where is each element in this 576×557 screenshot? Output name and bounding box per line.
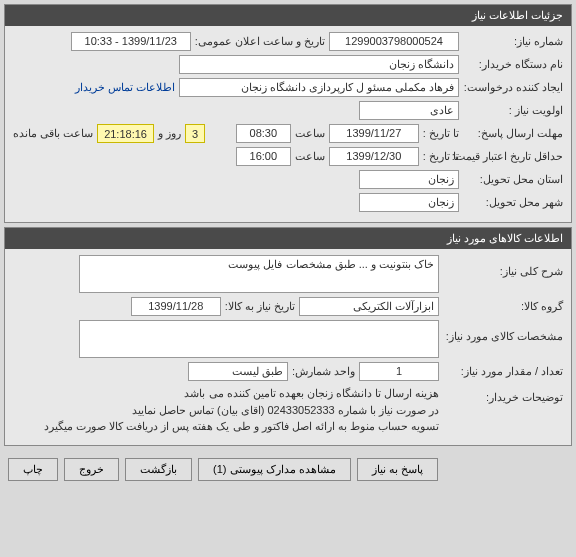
section1-body: شماره نیاز: 1299003798000524 تاریخ و ساع…: [5, 26, 571, 222]
buyer-notes: هزینه ارسال تا دانشگاه زنجان بعهده تامین…: [44, 385, 439, 435]
time-label-1: ساعت: [295, 127, 325, 140]
deadline-date: 1399/11/27: [329, 124, 419, 143]
deadline-label: مهلت ارسال پاسخ:: [463, 127, 563, 140]
group-value: ابزارآلات الکتریکی: [299, 297, 439, 316]
city-label: شهر محل تحویل:: [463, 196, 563, 209]
min-valid-time: 16:00: [236, 147, 291, 166]
days-value: 3: [192, 128, 198, 140]
main-desc-value: خاک بنتونیت و ... طبق مشخصات فایل پیوست: [79, 255, 439, 293]
qty-label: تعداد / مقدار مورد نیاز:: [443, 365, 563, 378]
creator-label: ایجاد کننده درخواست:: [463, 81, 563, 94]
to-date-label-2: تا تاریخ :: [423, 150, 459, 163]
group-label: گروه کالا:: [443, 300, 563, 313]
need-details-section: جزئیات اطلاعات نیاز شماره نیاز: 12990037…: [4, 4, 572, 223]
need-number-label: شماره نیاز:: [463, 35, 563, 48]
province-value: زنجان: [359, 170, 459, 189]
priority-value: عادی: [359, 101, 459, 120]
buyer-notes-line3: تسویه حساب منوط به ارائه اصل فاکتور و طی…: [44, 418, 439, 435]
reply-button[interactable]: پاسخ به نیاز: [357, 458, 438, 481]
buyer-label: نام دستگاه خریدار:: [463, 58, 563, 71]
attachments-button[interactable]: مشاهده مدارک پیوستی (1): [198, 458, 351, 481]
to-date-label: تا تاریخ :: [423, 127, 459, 140]
buyer-notes-line2: در صورت نیاز با شماره 02433052333 (اقای …: [44, 402, 439, 419]
announce-label: تاریخ و ساعت اعلان عمومی:: [195, 35, 325, 48]
creator-value: فرهاد مکملی مسئو ل کارپردازی دانشگاه زنج…: [179, 78, 459, 97]
main-desc-label: شرح کلی نیاز:: [443, 255, 563, 278]
need-to-date-value: 1399/11/28: [131, 297, 221, 316]
buyer-value: دانشگاه زنجان: [179, 55, 459, 74]
days-label: روز و: [158, 127, 181, 140]
section2-body: شرح کلی نیاز: خاک بنتونیت و ... طبق مشخص…: [5, 249, 571, 445]
remain-time: 21:18:16: [104, 128, 147, 140]
announce-value: 1399/11/23 - 10:33: [71, 32, 191, 51]
priority-label: اولویت نیاز :: [463, 104, 563, 117]
unit-label: واحد شمارش:: [292, 365, 355, 378]
buyer-notes-line1: هزینه ارسال تا دانشگاه زنجان بعهده تامین…: [44, 385, 439, 402]
time-remaining-box: 21:18:16: [97, 124, 154, 143]
need-to-date-label: تاریخ نیاز به کالا:: [225, 300, 295, 313]
qty-value: 1: [359, 362, 439, 381]
footer-buttons: چاپ خروج بازگشت مشاهده مدارک پیوستی (1) …: [0, 450, 576, 489]
spec-label: مشخصات کالای مورد نیاز:: [443, 320, 563, 343]
time-label-2: ساعت: [295, 150, 325, 163]
back-button[interactable]: بازگشت: [125, 458, 192, 481]
city-value: زنجان: [359, 193, 459, 212]
min-valid-label: حداقل تاریخ اعتبار قیمت:: [463, 150, 563, 163]
province-label: استان محل تحویل:: [463, 173, 563, 186]
section2-header: اطلاعات کالاهای مورد نیاز: [5, 228, 571, 249]
need-number-value: 1299003798000524: [329, 32, 459, 51]
deadline-time: 08:30: [236, 124, 291, 143]
remain-label: ساعت باقی مانده: [13, 127, 93, 140]
section1-header: جزئیات اطلاعات نیاز: [5, 5, 571, 26]
days-remaining-box: 3: [185, 124, 205, 143]
exit-button[interactable]: خروج: [64, 458, 119, 481]
print-button[interactable]: چاپ: [8, 458, 58, 481]
goods-info-section: اطلاعات کالاهای مورد نیاز شرح کلی نیاز: …: [4, 227, 572, 446]
buyer-notes-label: توضیحات خریدار:: [443, 385, 563, 404]
contact-link[interactable]: اطلاعات تماس خریدار: [75, 81, 175, 94]
spec-value: [79, 320, 439, 358]
unit-value: طبق لیست: [188, 362, 288, 381]
min-valid-date: 1399/12/30: [329, 147, 419, 166]
